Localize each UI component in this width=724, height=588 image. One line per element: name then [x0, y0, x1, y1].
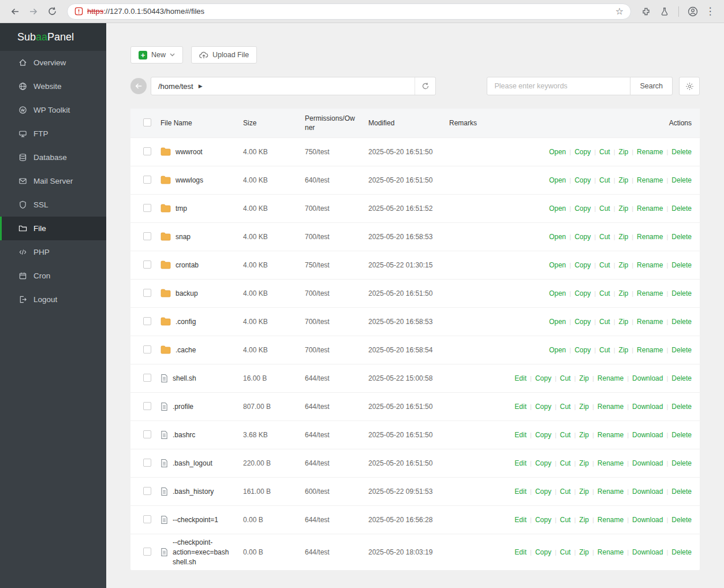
- action-download-link[interactable]: Download: [632, 403, 663, 411]
- action-rename-link[interactable]: Rename: [637, 204, 663, 213]
- sidebar-item-file[interactable]: File: [0, 217, 106, 240]
- action-edit-link[interactable]: Edit: [514, 374, 527, 382]
- action-delete-link[interactable]: Delete: [671, 431, 692, 439]
- search-input[interactable]: [487, 77, 630, 95]
- action-rename-link[interactable]: Rename: [598, 548, 624, 556]
- file-name[interactable]: shell.sh: [173, 374, 196, 384]
- action-cut-link[interactable]: Cut: [560, 516, 571, 524]
- sidebar-item-mail-server[interactable]: Mail Server: [0, 169, 106, 193]
- action-delete-link[interactable]: Delete: [671, 459, 692, 467]
- action-download-link[interactable]: Download: [632, 459, 663, 467]
- sidebar-item-wp-toolkit[interactable]: WP Toolkit: [0, 98, 106, 122]
- browser-refresh-button[interactable]: [44, 3, 60, 20]
- file-name[interactable]: wwwroot: [176, 147, 203, 157]
- action-cut-link[interactable]: Cut: [599, 289, 610, 297]
- file-name[interactable]: --checkpoint=1: [173, 515, 218, 525]
- action-rename-link[interactable]: Rename: [598, 516, 624, 524]
- settings-button[interactable]: [679, 77, 700, 95]
- action-cut-link[interactable]: Cut: [560, 374, 571, 382]
- action-delete-link[interactable]: Delete: [671, 374, 692, 382]
- action-edit-link[interactable]: Edit: [514, 548, 527, 556]
- select-all-checkbox[interactable]: [143, 118, 151, 126]
- action-edit-link[interactable]: Edit: [514, 516, 527, 524]
- action-cut-link[interactable]: Cut: [599, 233, 610, 241]
- path-back-button[interactable]: [130, 78, 147, 94]
- file-name[interactable]: crontab: [176, 260, 199, 270]
- row-checkbox[interactable]: [143, 289, 151, 297]
- bookmark-star-icon[interactable]: ☆: [615, 6, 624, 17]
- action-delete-link[interactable]: Delete: [671, 548, 692, 556]
- row-checkbox[interactable]: [143, 147, 151, 155]
- row-checkbox[interactable]: [143, 260, 151, 269]
- action-cut-link[interactable]: Cut: [599, 318, 610, 326]
- search-button[interactable]: Search: [630, 77, 673, 95]
- action-rename-link[interactable]: Rename: [637, 148, 663, 156]
- sidebar-item-database[interactable]: Database: [0, 146, 106, 169]
- action-zip-link[interactable]: Zip: [579, 487, 589, 496]
- browser-back-button[interactable]: [7, 3, 23, 20]
- action-delete-link[interactable]: Delete: [671, 233, 692, 241]
- action-open-link[interactable]: Open: [549, 318, 566, 326]
- action-cut-link[interactable]: Cut: [599, 261, 610, 269]
- action-copy-link[interactable]: Copy: [535, 374, 551, 382]
- file-name[interactable]: wwwlogs: [176, 176, 203, 185]
- action-cut-link[interactable]: Cut: [560, 548, 571, 556]
- action-open-link[interactable]: Open: [549, 261, 566, 269]
- action-rename-link[interactable]: Rename: [637, 289, 663, 297]
- new-button[interactable]: + New: [130, 46, 183, 64]
- action-copy-link[interactable]: Copy: [574, 233, 591, 241]
- action-rename-link[interactable]: Rename: [598, 403, 624, 411]
- action-download-link[interactable]: Download: [632, 374, 663, 382]
- file-name[interactable]: backup: [176, 289, 198, 299]
- sidebar-item-php[interactable]: PHP: [0, 240, 106, 264]
- file-name[interactable]: .config: [176, 317, 196, 327]
- action-zip-link[interactable]: Zip: [619, 148, 629, 156]
- sidebar-item-cron[interactable]: Cron: [0, 264, 106, 288]
- action-copy-link[interactable]: Copy: [535, 459, 551, 467]
- upload-file-button[interactable]: Upload File: [191, 46, 257, 64]
- file-name[interactable]: .bash_history: [173, 487, 214, 497]
- action-rename-link[interactable]: Rename: [637, 233, 663, 241]
- action-copy-link[interactable]: Copy: [574, 289, 591, 297]
- sidebar-item-ftp[interactable]: FTP: [0, 122, 106, 146]
- action-delete-link[interactable]: Delete: [671, 403, 692, 411]
- row-checkbox[interactable]: [143, 345, 151, 353]
- file-name[interactable]: --checkpoint-action=exec=bash shell.sh: [173, 538, 238, 567]
- action-copy-link[interactable]: Copy: [574, 346, 591, 354]
- action-copy-link[interactable]: Copy: [574, 148, 591, 156]
- row-checkbox[interactable]: [143, 487, 151, 495]
- action-open-link[interactable]: Open: [549, 176, 566, 184]
- row-checkbox[interactable]: [143, 232, 151, 240]
- browser-forward-button[interactable]: [25, 3, 42, 20]
- sidebar-item-logout[interactable]: Logout: [0, 288, 106, 311]
- action-delete-link[interactable]: Delete: [671, 487, 692, 496]
- file-name[interactable]: .profile: [173, 402, 193, 412]
- action-zip-link[interactable]: Zip: [579, 431, 589, 439]
- file-name[interactable]: tmp: [176, 204, 187, 214]
- row-checkbox[interactable]: [143, 317, 151, 325]
- site-security-icon[interactable]: [74, 7, 83, 16]
- file-name[interactable]: .bashrc: [173, 430, 195, 440]
- action-cut-link[interactable]: Cut: [560, 487, 571, 496]
- row-checkbox[interactable]: [143, 374, 151, 382]
- browser-menu-icon[interactable]: ⋮: [703, 5, 717, 17]
- action-zip-link[interactable]: Zip: [619, 204, 629, 213]
- action-cut-link[interactable]: Cut: [599, 148, 610, 156]
- action-delete-link[interactable]: Delete: [671, 204, 692, 213]
- action-delete-link[interactable]: Delete: [671, 148, 692, 156]
- row-checkbox[interactable]: [143, 430, 151, 438]
- action-download-link[interactable]: Download: [632, 516, 663, 524]
- action-delete-link[interactable]: Delete: [671, 289, 692, 297]
- profile-icon[interactable]: [685, 3, 701, 20]
- row-checkbox[interactable]: [143, 515, 151, 523]
- action-zip-link[interactable]: Zip: [619, 318, 629, 326]
- action-delete-link[interactable]: Delete: [671, 318, 692, 326]
- action-delete-link[interactable]: Delete: [671, 516, 692, 524]
- action-copy-link[interactable]: Copy: [535, 403, 551, 411]
- action-open-link[interactable]: Open: [549, 204, 566, 213]
- action-cut-link[interactable]: Cut: [560, 403, 571, 411]
- sidebar-item-overview[interactable]: Overview: [0, 51, 106, 75]
- action-zip-link[interactable]: Zip: [579, 374, 589, 382]
- action-zip-link[interactable]: Zip: [579, 459, 589, 467]
- path-refresh-button[interactable]: [415, 77, 435, 95]
